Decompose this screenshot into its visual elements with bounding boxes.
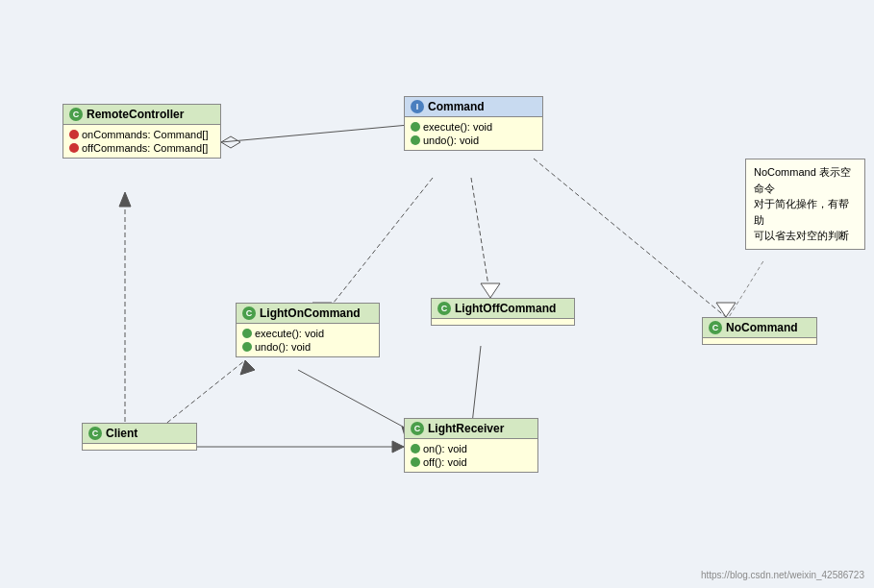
light-on-command-header: C LightOnCommand xyxy=(237,304,379,324)
loc-method-text-1: execute(): void xyxy=(255,328,324,339)
lr-method-text-2: off(): void xyxy=(423,456,467,468)
client-body xyxy=(83,444,196,450)
command-box: I Command execute(): void undo(): void xyxy=(404,96,543,151)
method-text-1: execute(): void xyxy=(423,121,492,133)
lr-method-2: off(): void xyxy=(411,455,532,469)
diagram-lines xyxy=(0,0,874,588)
svg-line-4 xyxy=(471,178,490,298)
svg-marker-9 xyxy=(119,192,131,207)
client-box: C Client xyxy=(82,423,197,451)
light-receiver-box: C LightReceiver on(): void off(): void xyxy=(404,418,538,473)
remote-controller-header: C RemoteController xyxy=(63,105,220,125)
loc-method-icon-1 xyxy=(242,329,252,338)
method-icon-2 xyxy=(411,135,420,145)
lr-method-icon-1 xyxy=(411,444,420,453)
svg-marker-7 xyxy=(716,303,736,317)
command-name: Command xyxy=(428,100,485,113)
command-body: execute(): void undo(): void xyxy=(405,117,542,150)
field-icon-2 xyxy=(69,143,79,153)
interface-icon: I xyxy=(411,100,424,113)
lr-method-text-1: on(): void xyxy=(423,443,467,454)
no-command-box: C NoCommand xyxy=(702,317,817,345)
svg-marker-13 xyxy=(392,441,404,453)
light-receiver-header: C LightReceiver xyxy=(405,419,537,439)
class-icon-lr: C xyxy=(411,422,424,435)
class-icon-loc: C xyxy=(242,306,256,320)
svg-line-0 xyxy=(221,125,409,142)
light-receiver-body: on(): void off(): void xyxy=(405,439,537,472)
loc-method-1: execute(): void xyxy=(242,327,373,340)
class-icon-lofc: C xyxy=(437,302,451,315)
remote-controller-field-1: onCommands: Command[] xyxy=(69,128,214,141)
svg-line-6 xyxy=(534,159,726,317)
method-icon-1 xyxy=(411,122,420,132)
loc-method-2: undo(): void xyxy=(242,340,373,354)
light-on-command-name: LightOnCommand xyxy=(260,306,361,320)
svg-line-18 xyxy=(726,259,764,322)
field-icon-1 xyxy=(69,130,79,139)
command-method-1: execute(): void xyxy=(411,120,537,134)
light-off-command-box: C LightOffCommand xyxy=(431,298,575,326)
remote-controller-body: onCommands: Command[] offCommands: Comma… xyxy=(63,125,220,158)
no-command-header: C NoCommand xyxy=(703,318,816,338)
class-icon-client: C xyxy=(88,427,102,440)
field-text-1: onCommands: Command[] xyxy=(82,129,208,140)
lr-method-1: on(): void xyxy=(411,442,532,455)
note-box: NoCommand 表示空命令对于简化操作，有帮助可以省去对空的判断 xyxy=(745,159,865,250)
client-name: Client xyxy=(106,427,137,440)
light-on-command-box: C LightOnCommand execute(): void undo():… xyxy=(236,303,380,357)
svg-marker-11 xyxy=(240,360,255,375)
remote-controller-name: RemoteController xyxy=(87,108,184,121)
class-icon-nc: C xyxy=(709,321,722,334)
no-command-name: NoCommand xyxy=(726,321,798,334)
remote-controller-box: C RemoteController onCommands: Command[]… xyxy=(62,104,221,159)
loc-method-icon-2 xyxy=(242,342,252,352)
light-on-command-body: execute(): void undo(): void xyxy=(237,324,379,356)
method-text-2: undo(): void xyxy=(423,135,479,146)
command-header: I Command xyxy=(405,97,542,117)
svg-marker-1 xyxy=(221,136,240,148)
light-off-command-body xyxy=(432,319,574,325)
command-method-2: undo(): void xyxy=(411,134,537,147)
remote-controller-field-2: offCommands: Command[] xyxy=(69,141,214,155)
lr-method-icon-2 xyxy=(411,457,420,467)
light-off-command-header: C LightOffCommand xyxy=(432,299,574,319)
light-receiver-name: LightReceiver xyxy=(428,422,504,435)
field-text-2: offCommands: Command[] xyxy=(82,142,208,154)
loc-method-text-2: undo(): void xyxy=(255,341,311,353)
svg-marker-5 xyxy=(481,283,500,298)
watermark: https://blog.csdn.net/weixin_42586723 xyxy=(701,570,864,580)
note-text: NoCommand 表示空命令对于简化操作，有帮助可以省去对空的判断 xyxy=(754,166,851,241)
no-command-body xyxy=(703,338,816,344)
svg-line-2 xyxy=(322,178,433,317)
svg-line-14 xyxy=(298,370,413,432)
class-icon: C xyxy=(69,108,83,121)
diagram-area: C RemoteController onCommands: Command[]… xyxy=(0,0,874,588)
light-off-command-name: LightOffCommand xyxy=(455,302,556,315)
client-header: C Client xyxy=(83,424,196,444)
